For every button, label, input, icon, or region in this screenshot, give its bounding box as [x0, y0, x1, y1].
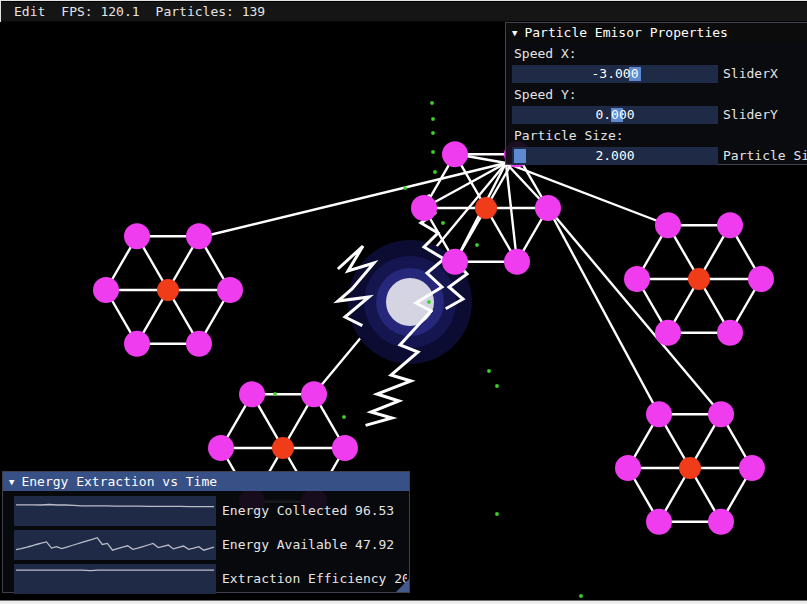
- app-window: Edit FPS: 120.1 Particles: 139 ▼ Particl…: [0, 0, 807, 604]
- speed-x-slider[interactable]: -3.000: [512, 65, 718, 83]
- resize-grip[interactable]: [396, 579, 409, 592]
- energy-extraction-panel: ▼ Energy Extraction vs Time Energy Colle…: [2, 471, 410, 593]
- emitter-panel-titlebar[interactable]: ▼ Particle Emisor Properties: [506, 23, 807, 42]
- collapse-arrow-icon[interactable]: ▼: [9, 477, 14, 487]
- menu-status-fps: FPS: 120.1: [53, 4, 147, 19]
- menu-item-edit[interactable]: Edit: [6, 4, 53, 19]
- window-frame-top: [0, 0, 807, 1]
- energy-panel-title: Energy Extraction vs Time: [21, 474, 217, 489]
- particle-size-label: Particle Size:: [514, 128, 624, 143]
- plot-row-energy-collected: Energy Collected 96.53: [14, 496, 409, 526]
- speed-x-slider-name: SliderX: [723, 65, 778, 83]
- window-frame-bottom: [0, 600, 807, 604]
- energy-collected-plot[interactable]: [14, 496, 216, 526]
- speed-y-value: 0.000: [512, 106, 718, 124]
- energy-available-label: Energy Available 47.92: [222, 530, 407, 560]
- speed-x-value: -3.000: [512, 65, 718, 83]
- menu-status-particles: Particles: 139: [148, 4, 274, 19]
- particle-size-slider-name: Particle Siz: [723, 147, 807, 165]
- particle-size-value: 2.000: [512, 147, 718, 165]
- plot-row-extraction-efficiency: Extraction Efficiency 201.4: [14, 564, 409, 594]
- speed-y-slider-name: SliderY: [723, 106, 778, 124]
- plot-row-energy-available: Energy Available 47.92: [14, 530, 409, 560]
- speed-x-label: Speed X:: [514, 46, 577, 61]
- collapse-arrow-icon[interactable]: ▼: [512, 28, 517, 38]
- extraction-efficiency-label: Extraction Efficiency 201.4: [222, 564, 407, 594]
- speed-y-label: Speed Y:: [514, 87, 577, 102]
- particle-size-slider[interactable]: 2.000: [512, 147, 718, 165]
- energy-available-plot[interactable]: [14, 530, 216, 560]
- energy-panel-titlebar[interactable]: ▼ Energy Extraction vs Time: [3, 472, 409, 491]
- emitter-panel-title: Particle Emisor Properties: [524, 25, 728, 40]
- window-frame-left: [0, 0, 1, 22]
- particle-emitter-panel: ▼ Particle Emisor Properties Speed X: -3…: [505, 22, 807, 165]
- energy-collected-label: Energy Collected 96.53: [222, 496, 407, 526]
- menu-bar: Edit FPS: 120.1 Particles: 139: [1, 2, 807, 22]
- extraction-efficiency-plot[interactable]: [14, 564, 216, 594]
- speed-y-slider[interactable]: 0.000: [512, 106, 718, 124]
